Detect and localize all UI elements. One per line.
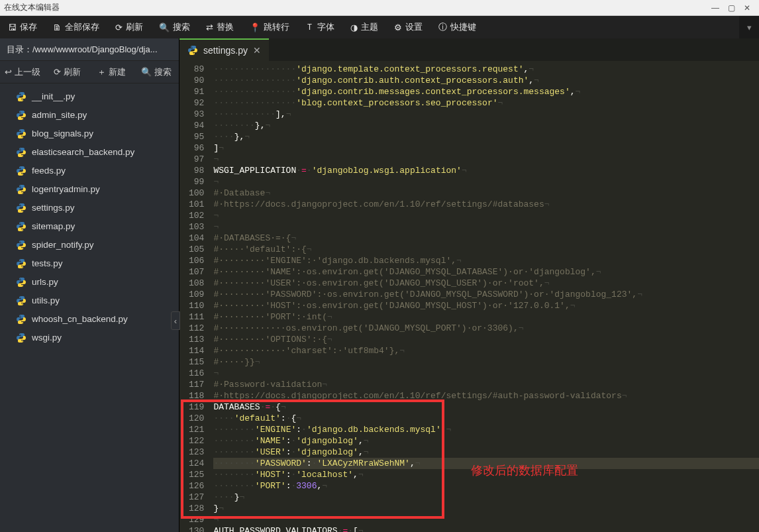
file-item[interactable]: wsgi.py xyxy=(0,329,179,347)
file-name: spider_notify.py xyxy=(32,239,94,252)
refresh-button[interactable]: ⟳刷新 xyxy=(107,16,151,38)
file-item[interactable]: feeds.py xyxy=(0,162,179,180)
close-icon[interactable]: ✕ xyxy=(739,3,755,13)
chevron-down-icon: ▾ xyxy=(747,23,752,32)
python-icon xyxy=(16,166,26,176)
keyboard-icon: ⓘ xyxy=(438,21,447,33)
file-item[interactable]: urls.py xyxy=(0,273,179,292)
sidebar-refresh-button[interactable]: ⟳刷新 xyxy=(45,61,90,83)
saveall-button[interactable]: 🗎全部保存 xyxy=(45,16,107,38)
sidebar-tools: ↩上一级 ⟳刷新 ＋新建 🔍搜索 xyxy=(0,61,179,83)
python-icon xyxy=(16,203,26,213)
python-icon xyxy=(16,110,26,121)
file-tree[interactable]: __init__.pyadmin_site.pyblog_signals.pye… xyxy=(0,83,179,532)
file-item[interactable]: spider_notify.py xyxy=(0,236,179,254)
theme-icon: ◑ xyxy=(350,23,358,32)
arrow-up-icon: ↩ xyxy=(5,67,12,77)
file-name: sitemap.py xyxy=(32,220,75,233)
tab-bar: settings.py ✕ xyxy=(179,38,759,61)
window-title: 在线文本编辑器 xyxy=(4,2,60,13)
python-icon xyxy=(16,129,26,139)
tab-close-icon[interactable]: ✕ xyxy=(253,45,261,56)
file-item[interactable]: whoosh_cn_backend.py xyxy=(0,310,179,329)
file-name: tests.py xyxy=(32,257,63,270)
python-icon xyxy=(16,295,26,306)
python-icon xyxy=(16,277,26,288)
file-name: utils.py xyxy=(32,294,60,307)
goto-icon: 📍 xyxy=(250,23,260,32)
sidebar-search-button[interactable]: 🔍搜索 xyxy=(134,61,179,83)
font-button[interactable]: Ｔ字体 xyxy=(297,16,342,38)
sidebar: 目录：/www/wwwroot/DjangoBlog/dja... ↩上一级 ⟳… xyxy=(0,38,179,532)
python-icon xyxy=(187,45,198,56)
file-name: __init__.py xyxy=(32,90,75,103)
python-icon xyxy=(16,147,26,158)
editor-pane: settings.py ✕ 89909192939495969798991001… xyxy=(179,38,759,532)
file-item[interactable]: utils.py xyxy=(0,292,179,310)
file-name: feeds.py xyxy=(32,164,66,178)
python-icon xyxy=(16,258,26,269)
shortcut-button[interactable]: ⓘ快捷键 xyxy=(430,16,484,38)
file-name: urls.py xyxy=(32,276,58,289)
refresh-icon: ⟳ xyxy=(115,23,123,32)
code-editor[interactable]: 8990919293949596979899100101102103104105… xyxy=(179,61,759,532)
file-item[interactable]: admin_site.py xyxy=(0,106,179,125)
file-item[interactable]: blog_signals.py xyxy=(0,125,179,143)
goto-button[interactable]: 📍跳转行 xyxy=(242,16,297,38)
tab-filename: settings.py xyxy=(203,45,248,56)
font-icon: Ｔ xyxy=(305,21,314,33)
python-icon xyxy=(16,184,26,195)
toolbar-overflow[interactable]: ▾ xyxy=(739,16,759,38)
file-item[interactable]: elasticsearch_backend.py xyxy=(0,143,179,162)
search-button[interactable]: 🔍搜索 xyxy=(151,16,198,38)
file-name: elasticsearch_backend.py xyxy=(32,146,134,159)
gear-icon: ⚙ xyxy=(394,23,402,32)
file-name: logentryadmin.py xyxy=(32,183,100,196)
tab-settings-py[interactable]: settings.py ✕ xyxy=(179,38,269,61)
theme-button[interactable]: ◑主题 xyxy=(342,16,386,38)
file-name: admin_site.py xyxy=(32,109,87,122)
minimize-icon[interactable]: ― xyxy=(707,3,723,13)
up-button[interactable]: ↩上一级 xyxy=(0,61,45,83)
file-name: settings.py xyxy=(32,201,75,215)
saveall-icon: 🗎 xyxy=(53,23,62,32)
maximize-icon[interactable]: ▢ xyxy=(723,3,739,13)
sidebar-collapse-handle[interactable]: ‹ xyxy=(171,311,180,330)
file-item[interactable]: settings.py xyxy=(0,199,179,217)
code-lines[interactable]: ················'django.template.context… xyxy=(209,61,759,532)
file-item[interactable]: tests.py xyxy=(0,254,179,273)
settings-button[interactable]: ⚙设置 xyxy=(386,16,430,38)
save-button[interactable]: 🖫保存 xyxy=(0,16,45,38)
file-item[interactable]: __init__.py xyxy=(0,87,179,106)
search-icon: 🔍 xyxy=(159,23,170,32)
save-icon: 🖫 xyxy=(8,23,17,32)
python-icon xyxy=(16,333,26,343)
annotation-text: 修改后的数据库配置 xyxy=(471,462,578,478)
refresh-icon: ⟳ xyxy=(54,67,61,77)
window-titlebar: 在线文本编辑器 ― ▢ ✕ xyxy=(0,0,759,16)
file-item[interactable]: sitemap.py xyxy=(0,217,179,236)
python-icon xyxy=(16,314,26,325)
replace-button[interactable]: ⇄替换 xyxy=(198,16,242,38)
search-icon: 🔍 xyxy=(141,67,152,77)
new-button[interactable]: ＋新建 xyxy=(89,61,134,83)
directory-path[interactable]: 目录：/www/wwwroot/DjangoBlog/dja... xyxy=(0,38,179,61)
main-toolbar: 🖫保存 🗎全部保存 ⟳刷新 🔍搜索 ⇄替换 📍跳转行 Ｔ字体 ◑主题 ⚙设置 ⓘ… xyxy=(0,16,759,38)
python-icon xyxy=(16,221,26,232)
file-name: whoosh_cn_backend.py xyxy=(32,313,128,326)
file-name: blog_signals.py xyxy=(32,127,93,140)
plus-icon: ＋ xyxy=(97,66,106,78)
python-icon xyxy=(16,91,26,102)
line-gutter: 8990919293949596979899100101102103104105… xyxy=(179,61,209,532)
file-name: wsgi.py xyxy=(32,331,62,345)
python-icon xyxy=(16,240,26,250)
file-item[interactable]: logentryadmin.py xyxy=(0,180,179,199)
replace-icon: ⇄ xyxy=(206,23,213,32)
chevron-left-icon: ‹ xyxy=(174,316,177,326)
